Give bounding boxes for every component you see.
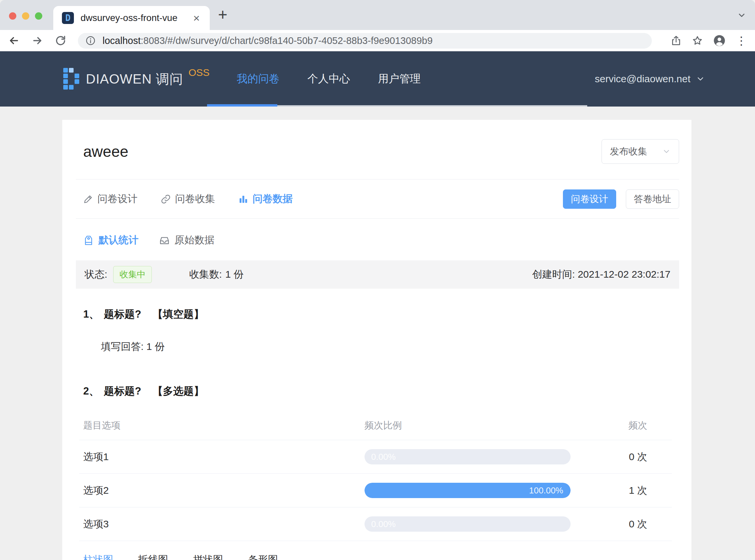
chart-tab-column[interactable]: 柱状图 xyxy=(83,553,113,560)
profile-avatar-icon[interactable] xyxy=(713,34,726,47)
chart-tab-pie[interactable]: 拼状图 xyxy=(193,553,223,560)
option-count: 0 次 xyxy=(571,517,672,531)
bar-chart-icon xyxy=(238,194,248,204)
user-account-dropdown[interactable]: service@diaowen.net xyxy=(595,73,705,84)
url-text: localhost:8083/#/dw/survey/d/chart/c98fa… xyxy=(103,35,433,46)
progress-label: 100.00% xyxy=(529,483,563,498)
survey-design-button[interactable]: 问卷设计 xyxy=(563,189,616,209)
favicon-icon: D xyxy=(62,12,74,24)
new-tab-button[interactable]: + xyxy=(218,5,227,24)
question-type: 【多选题】 xyxy=(152,385,204,397)
chevron-down-icon xyxy=(662,147,671,156)
progress-label: 0.00% xyxy=(371,516,396,532)
tab-close-icon[interactable]: × xyxy=(192,12,201,24)
chevron-down-icon xyxy=(696,74,705,84)
table-row: 选项2 100.00% 1 次 xyxy=(79,474,672,507)
window-controls xyxy=(9,12,42,20)
status-label: 状态: xyxy=(85,268,107,281)
link-icon xyxy=(161,194,171,204)
user-email: service@diaowen.net xyxy=(595,73,690,84)
window-minimize-button[interactable] xyxy=(22,12,29,20)
option-label: 选项1 xyxy=(79,450,365,464)
answer-url-button[interactable]: 答卷地址 xyxy=(626,189,679,209)
survey-tabs: 问卷设计 问卷收集 问卷数据 问卷设计 答卷地址 xyxy=(76,179,679,218)
brand-name: DIAOWEN 调问 xyxy=(86,70,183,88)
window-zoom-button[interactable] xyxy=(35,12,42,20)
url-bar[interactable]: localhost:8083/#/dw/survey/d/chart/c98fa… xyxy=(78,33,652,48)
question-type: 【填空题】 xyxy=(152,308,204,320)
app-navbar: DIAOWEN 调问 OSS 我的问卷 个人中心 用户管理 service@di… xyxy=(0,51,755,106)
question-title: 题标题? xyxy=(104,308,141,320)
tab-survey-data[interactable]: 问卷数据 xyxy=(238,192,292,206)
tab-label: 问卷收集 xyxy=(175,192,215,206)
progress-bar: 0.00% xyxy=(365,449,571,464)
status-bar: 状态: 收集中 收集数: 1 份 创建时间: 2021-12-02 23:02:… xyxy=(76,260,679,289)
pencil-icon xyxy=(83,194,93,204)
created-time-label: 创建时间: xyxy=(532,269,575,280)
header-frequency-ratio: 频次比例 xyxy=(365,419,571,432)
browser-tab-strip: D dwsurvey-oss-front-vue × + xyxy=(0,0,755,30)
reload-button-icon[interactable] xyxy=(55,35,66,47)
inbox-icon xyxy=(159,235,170,246)
question-2: 2、题标题?【多选题】 xyxy=(76,384,679,398)
question-1: 1、题标题?【填空题】 填写回答: 1 份 xyxy=(76,307,679,354)
answer-label: 填写回答: xyxy=(101,341,143,352)
browser-tab[interactable]: D dwsurvey-oss-front-vue × xyxy=(53,6,210,30)
question-index: 2、 xyxy=(83,385,99,397)
stats-subtabs: 默认统计 原始数据 xyxy=(76,219,679,260)
nav-menu: 我的问卷 个人中心 用户管理 xyxy=(236,72,422,86)
created-time-value: 2021-12-02 23:02:17 xyxy=(577,269,670,280)
option-stats-table: 题目选项 频次比例 频次 选项1 0.00% 0 次 选项2 100.00% 1… xyxy=(79,411,672,541)
publish-collect-select[interactable]: 发布收集 xyxy=(601,139,679,164)
progress-label: 0.00% xyxy=(371,449,396,464)
progress-bar: 100.00% xyxy=(365,483,571,498)
browser-menu-icon[interactable]: ⋮ xyxy=(736,34,747,47)
diaowen-logo[interactable]: DIAOWEN 调问 OSS xyxy=(63,67,210,91)
share-icon[interactable] xyxy=(670,35,682,46)
survey-title: aweee xyxy=(83,142,128,160)
tab-strip-chevron-icon[interactable] xyxy=(737,11,746,20)
subtab-label: 默认统计 xyxy=(99,233,139,247)
diaowen-logo-icon xyxy=(63,68,80,90)
subtab-label: 原始数据 xyxy=(175,233,215,247)
collect-count-label: 收集数: xyxy=(189,268,222,281)
option-label: 选项2 xyxy=(79,484,365,497)
browser-chrome: D dwsurvey-oss-front-vue × + localhost:8… xyxy=(0,0,755,51)
option-count: 1 次 xyxy=(571,484,672,497)
collect-count-value: 1 份 xyxy=(225,268,244,281)
window-close-button[interactable] xyxy=(9,12,16,20)
nav-item-user-management[interactable]: 用户管理 xyxy=(378,72,422,86)
tab-survey-design[interactable]: 问卷设计 xyxy=(83,192,138,206)
header-frequency: 频次 xyxy=(571,419,672,432)
survey-card: aweee 发布收集 问卷设计 问卷收集 xyxy=(62,120,691,560)
answer-value: 1 份 xyxy=(146,341,165,352)
nav-item-my-surveys[interactable]: 我的问卷 xyxy=(236,72,280,86)
question-index: 1、 xyxy=(83,308,99,320)
option-count: 0 次 xyxy=(571,450,672,464)
tab-title: dwsurvey-oss-front-vue xyxy=(81,13,192,23)
page-content: aweee 发布收集 问卷设计 问卷收集 xyxy=(0,120,755,560)
table-row: 选项1 0.00% 0 次 xyxy=(79,440,672,474)
status-badge: 收集中 xyxy=(113,266,152,283)
question-title: 题标题? xyxy=(104,385,141,397)
site-info-icon[interactable] xyxy=(85,35,96,46)
brand-oss-badge: OSS xyxy=(188,67,209,78)
chart-tab-line[interactable]: 拆线图 xyxy=(138,553,168,560)
active-nav-underline xyxy=(207,104,277,106)
browser-toolbar: localhost:8083/#/dw/survey/d/chart/c98fa… xyxy=(0,30,755,51)
subtab-default-stats[interactable]: 默认统计 xyxy=(83,233,139,247)
bookmark-star-icon[interactable] xyxy=(692,35,703,46)
forward-button-icon[interactable] xyxy=(31,35,43,47)
tab-label: 问卷数据 xyxy=(253,192,292,206)
chart-tab-bar[interactable]: 条形图 xyxy=(248,553,278,560)
nav-item-personal-center[interactable]: 个人中心 xyxy=(307,72,351,86)
progress-bar: 0.00% xyxy=(365,516,571,532)
table-row: 选项3 0.00% 0 次 xyxy=(79,507,672,541)
header-option: 题目选项 xyxy=(79,419,365,432)
select-value: 发布收集 xyxy=(610,145,647,158)
tag-icon xyxy=(83,235,94,246)
back-button-icon[interactable] xyxy=(8,35,20,47)
tab-survey-collect[interactable]: 问卷收集 xyxy=(161,192,215,206)
table-header-row: 题目选项 频次比例 频次 xyxy=(79,411,672,440)
subtab-raw-data[interactable]: 原始数据 xyxy=(159,233,215,247)
